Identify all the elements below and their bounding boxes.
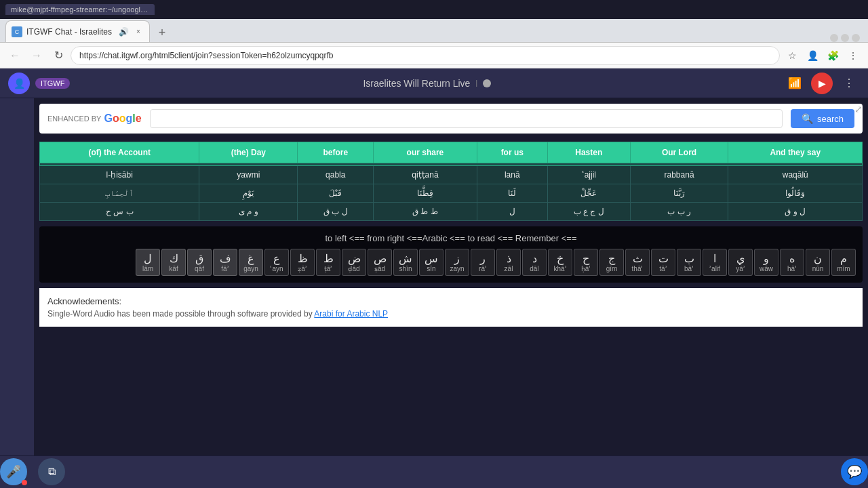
arabic-info-section: to left <== from right <==Arabic <== to … [39,226,863,283]
expand-icon[interactable]: ⤢ [854,104,863,115]
more-menu-button[interactable]: ⋮ [838,73,860,94]
content-inner: ENHANCED BY Google 🔍 search [34,98,868,332]
acknowledgements-section: Acknowledements: Single-Word Audio has b… [39,288,863,327]
extensions-button[interactable]: 🧩 [823,46,842,65]
col-header-day: (the) Day [199,142,298,163]
google-search-input[interactable] [150,109,783,128]
cell-arabic-6: رَبَّنَا [630,184,728,203]
letter-cell: صṣād [368,249,392,276]
transliteration-row: l-ḥisābi yawmi qabla qiṭṭanā lanā ʿajjil… [40,166,863,184]
letter-cell: ظẓāʾ [290,249,315,276]
google-search-bar: ENHANCED BY Google 🔍 search [39,104,863,134]
cell-arabic-7: وَقَالُوا [728,184,863,203]
ack-link[interactable]: Arabi for Arabic NLP [314,309,388,319]
profile-button[interactable]: 👤 [803,46,822,65]
letter-cell: طṭāʾ [316,249,340,276]
enhanced-by-label: ENHANCED BY Google [47,113,142,125]
letter-cell: دdāl [522,249,547,276]
letter-cell: تtāʾ [651,249,675,276]
bottom-toolbar: 🎤 ⧉ 💬 [0,455,868,488]
letter-cell: رrāʾ [471,249,495,276]
arabic-table: (of) the Account (the) Day before our sh… [39,142,863,221]
tab-favicon: C [12,26,22,37]
new-tab-button[interactable]: + [153,23,172,42]
letter-cell: حḥāʾ [574,249,598,276]
forward-button[interactable]: → [27,46,46,65]
live-indicator [483,79,491,87]
bars-button[interactable]: 📶 [784,73,806,94]
more-options-button[interactable]: ⋮ [844,46,863,65]
sidebar [0,98,34,455]
tab-audio-icon: 🔊 [119,27,129,37]
tab-close-button[interactable]: × [133,26,144,37]
cell-arabic-3: قِطَّنَا [374,184,477,203]
letter-cell: زzayn [445,249,469,276]
letter-cell: وwāw [754,249,778,276]
share-screen-button[interactable]: ⧉ [38,458,65,485]
window-close[interactable] [852,34,860,42]
chat-button[interactable]: 💬 [841,458,868,485]
cell-letters-2: ل ب ق [298,203,374,221]
cell-letters-6: ر ب ب [630,203,728,221]
cell-translit-3: qiṭṭanā [374,166,477,184]
letter-cell: قqāf [187,249,212,276]
cell-letters-5: ل ج ع ب [547,203,630,221]
tab-favicon-text: C [15,28,20,35]
letter-cell: لlām [136,249,160,276]
nav-actions: ☆ 👤 🧩 ⋮ [783,46,863,65]
tab-title: ITGWF Chat - Israelites [26,27,112,37]
cell-letters-1: و م ى [199,203,298,221]
ack-title: Acknowledements: [47,296,854,306]
letter-cell: غġayn [239,249,263,276]
col-header-share: our share [374,142,477,163]
app-logo[interactable]: 👤 [8,73,30,94]
cell-arabic-2: قَبْلَ [298,184,374,203]
window-maximize[interactable] [841,34,849,42]
letter-cell: ضḍād [342,249,366,276]
arabic-script-row: ٱلْحِسَابِ يَوْمِ قَبْلَ قِطَّنَا لَنَا … [40,184,863,203]
cell-letters-3: ط ط ق [374,203,477,221]
letter-cell: شshīn [393,249,418,276]
col-header-theysay: And they say [728,142,863,163]
cell-translit-2: qabla [298,166,374,184]
address-text: https://chat.itgwf.org/html5client/join?… [79,51,334,60]
browser-tab[interactable]: C ITGWF Chat - Israelites 🔊 × [5,20,150,42]
letter-cell: خkhāʾ [548,249,572,276]
letter-cell: يyāʾ [728,249,753,276]
col-header-before: before [298,142,374,163]
google-logo: Google [104,113,141,125]
google-search-button[interactable]: 🔍 search [791,109,854,128]
itgwf-badge[interactable]: ITGWF [35,78,70,89]
bookmark-star-button[interactable]: ☆ [783,46,802,65]
os-taskbar: mike@mjpt-ffmpeg-streamer:~/ungoogled-ch… [0,0,868,19]
cell-translit-7: waqālū [728,166,863,184]
mic-button[interactable]: 🎤 [0,458,27,485]
letter-cell: جġīm [599,249,624,276]
letter-cell: عʿayn [264,249,289,276]
record-button[interactable]: ▶ [811,73,833,94]
cell-arabic-5: عَجِّلْ [547,184,630,203]
window-minimize[interactable] [830,34,838,42]
window-controls [830,34,863,42]
letter-cell: سsīn [419,249,443,276]
letter-cell: كkāf [161,249,186,276]
app-header-right: 📶 ▶ ⋮ [784,73,860,94]
col-header-forus: for us [477,142,547,163]
cell-translit-1: yawmi [199,166,298,184]
address-bar[interactable]: https://chat.itgwf.org/html5client/join?… [71,46,780,65]
letter-cell: فfāʾ [213,249,237,276]
separator: | [475,79,477,87]
content-wrapper: ⤢ ENHANCED BY Google [34,98,868,455]
arabic-instruction: to left <== from right <==Arabic <== to … [46,233,856,243]
content-scroll[interactable]: ENHANCED BY Google 🔍 search [34,98,868,455]
os-taskbar-tab[interactable]: mike@mjpt-ffmpeg-streamer:~/ungoogled-ch… [5,4,155,15]
back-button[interactable]: ← [5,46,24,65]
refresh-button[interactable]: ↻ [49,46,68,65]
col-header-hasten: Hasten [547,142,630,163]
cell-arabic-1: يَوْمِ [199,184,298,203]
cell-translit-0: l-ḥisābi [40,166,199,184]
cell-arabic-4: لَنَا [477,184,547,203]
letter-cell: نnūn [806,249,830,276]
nav-bar: ← → ↻ https://chat.itgwf.org/html5client… [0,43,868,68]
letter-cell: هhāʾ [780,249,804,276]
